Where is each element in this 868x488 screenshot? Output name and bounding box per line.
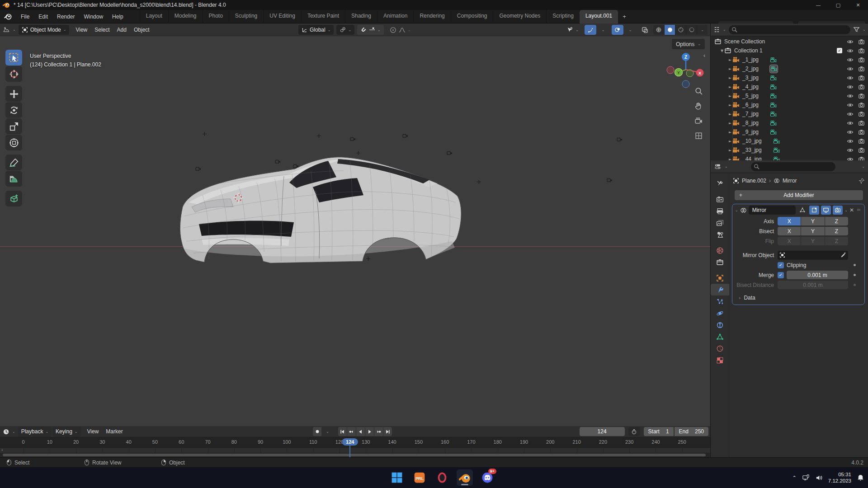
viewport-menu-view[interactable]: View	[72, 25, 91, 34]
outliner-row-camera[interactable]: ►_1_jpg	[711, 55, 868, 64]
workspace-tab-layout-001[interactable]: Layout.001	[580, 10, 618, 23]
disclosure-triangle-icon[interactable]: ►	[728, 76, 732, 80]
camera-data-icon[interactable]	[773, 155, 780, 161]
eye-icon[interactable]	[847, 38, 854, 45]
disclosure-triangle-icon[interactable]: ►	[728, 148, 732, 152]
disclosure-triangle-icon[interactable]: ►	[728, 130, 732, 134]
collection-checkbox[interactable]: ✓	[837, 48, 842, 53]
scene-collection-label[interactable]: Scene Collection	[724, 38, 765, 45]
timeline-menu-marker[interactable]: Marker	[102, 427, 126, 436]
workspace-tab-rendering[interactable]: Rendering	[413, 10, 450, 23]
eye-icon[interactable]	[847, 120, 854, 127]
shading-dropdown[interactable]: ⌄	[697, 25, 708, 35]
disclosure-triangle-icon[interactable]: ►	[728, 157, 732, 161]
bisect-xyz-x-button[interactable]: X	[778, 227, 801, 235]
camera-object-label[interactable]: _2_jpg	[742, 66, 759, 72]
mode-dropdown[interactable]: Object Mode ⌄	[19, 25, 70, 35]
transform-orientation-dropdown[interactable]: Global ⌄	[298, 25, 334, 35]
transport-play-button[interactable]	[365, 427, 374, 436]
collapse-sidebar-icon[interactable]: ‹	[703, 52, 705, 59]
camera-object-label[interactable]: _5_jpg	[742, 93, 759, 99]
minimize-button[interactable]: —	[808, 0, 828, 10]
camera-object-label[interactable]: _44_jpg	[742, 156, 762, 160]
timeline-ruler[interactable]: 0102030405060708090100110120130140150160…	[0, 437, 710, 447]
playhead-frame-label[interactable]: 124	[342, 438, 358, 446]
bisect-xyz-y-button[interactable]: Y	[801, 227, 824, 235]
timeline-menu-view[interactable]: View	[84, 427, 103, 436]
properties-editor-icon[interactable]	[714, 163, 721, 170]
network-display-icon[interactable]	[802, 474, 810, 482]
workspace-tab-compositing[interactable]: Compositing	[451, 10, 493, 23]
workspace-tab-animation[interactable]: Animation	[377, 10, 413, 23]
camera-object-label[interactable]: _33_jpg	[742, 147, 762, 153]
properties-tab-render[interactable]	[711, 193, 729, 205]
workspace-tab-sculpting[interactable]: Sculpting	[229, 10, 263, 23]
properties-tab-data[interactable]	[711, 331, 729, 343]
properties-tab-material[interactable]	[711, 343, 729, 354]
camera-object-label[interactable]: _4_jpg	[742, 84, 759, 90]
camera-render-icon[interactable]	[858, 156, 865, 161]
selectability-visibility-dropdown[interactable]: ⌄	[563, 25, 582, 35]
collection-label[interactable]: Collection 1	[734, 47, 763, 54]
disclosure-triangle-icon[interactable]: ►	[728, 103, 732, 107]
edit-cage-toggle[interactable]	[797, 206, 807, 215]
outliner-row-camera[interactable]: ►_33_jpg	[711, 145, 868, 155]
camera-data-icon[interactable]	[769, 92, 777, 100]
camera-object-label[interactable]: _6_jpg	[742, 102, 759, 108]
tool-measure[interactable]	[5, 171, 22, 187]
axis-xyz-x-button[interactable]: X	[778, 217, 801, 225]
use-preview-range-icon[interactable]	[628, 427, 640, 436]
camera-render-icon[interactable]	[858, 47, 865, 54]
viewport-menu-add[interactable]: Add	[113, 25, 130, 34]
outliner-row-collection-1[interactable]: ▼Collection 1✓	[711, 46, 868, 55]
eye-icon[interactable]	[847, 138, 854, 145]
tool-scale[interactable]	[5, 118, 22, 134]
taskbar-windows-icon[interactable]	[389, 469, 405, 486]
outliner-row-camera[interactable]: ►_3_jpg	[711, 73, 868, 82]
outliner-row-scene-collection[interactable]: Scene Collection	[711, 37, 868, 46]
camera-data-icon[interactable]	[769, 119, 777, 127]
camera-render-icon[interactable]	[858, 38, 865, 45]
tool-cursor[interactable]	[5, 66, 22, 82]
eyedropper-icon[interactable]	[840, 252, 846, 258]
properties-tab-scene[interactable]	[711, 229, 729, 240]
properties-tab-world[interactable]	[711, 244, 729, 256]
timeline-track[interactable]	[0, 447, 710, 453]
eye-icon[interactable]	[847, 93, 854, 99]
outliner-search-input[interactable]	[729, 25, 851, 34]
camera-render-icon[interactable]	[858, 120, 865, 127]
properties-tab-object[interactable]	[711, 272, 729, 284]
proportional-editing[interactable]: ⌄	[387, 25, 414, 35]
workspace-tab-uv-editing[interactable]: UV Editing	[263, 10, 301, 23]
merge-checkbox[interactable]: ✓	[778, 272, 784, 278]
xray-toggle[interactable]	[639, 25, 651, 35]
workspace-tab-shading[interactable]: Shading	[345, 10, 377, 23]
outliner-row-camera[interactable]: ►_7_jpg	[711, 109, 868, 118]
camera-render-icon[interactable]	[858, 84, 865, 90]
modifier-name-field[interactable]: Mirror	[749, 206, 796, 215]
tool-rotate[interactable]	[5, 102, 22, 118]
shading-solid-button[interactable]	[664, 25, 675, 35]
outliner-row-camera[interactable]: ►_10_jpg	[711, 136, 868, 145]
disclosure-triangle-icon[interactable]: ►	[728, 139, 732, 143]
disclosure-triangle-icon[interactable]: ►	[728, 121, 732, 125]
editor-type-icon[interactable]	[3, 26, 10, 33]
camera-empty-marker[interactable]	[617, 137, 623, 142]
transport-prev-key-button[interactable]	[347, 427, 356, 436]
bisect-distance-field[interactable]: 0.001 m	[778, 281, 848, 289]
camera-render-icon[interactable]	[858, 56, 865, 63]
camera-empty-marker[interactable]	[202, 131, 208, 137]
workspace-tab-photo[interactable]: Photo	[203, 10, 229, 23]
camera-data-icon[interactable]	[773, 137, 780, 145]
axis-xyz-y-button[interactable]: Y	[801, 217, 824, 225]
menu-render[interactable]: Render	[52, 12, 79, 22]
camera-object-label[interactable]: _1_jpg	[742, 56, 759, 63]
outliner-row-camera[interactable]: ►_4_jpg	[711, 82, 868, 91]
disclosure-triangle-icon[interactable]: ▼	[720, 49, 724, 53]
flip-xyz-z-button[interactable]: Z	[825, 237, 848, 245]
scrollbar-thumb[interactable]	[3, 454, 706, 456]
data-subpanel[interactable]: › Data	[732, 290, 864, 302]
disclosure-triangle-icon[interactable]: ►	[728, 94, 732, 98]
properties-tab-particles[interactable]	[711, 296, 729, 307]
navigation-gizmo[interactable]: Z Y X	[666, 50, 706, 91]
